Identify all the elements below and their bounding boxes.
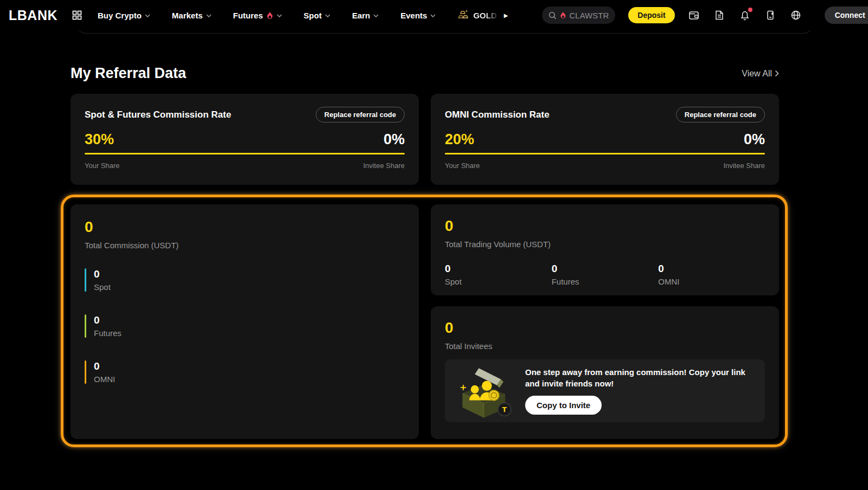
share-ratio-bar: [445, 153, 765, 154]
nav-events[interactable]: Events: [400, 11, 436, 20]
notification-badge-dot: [748, 8, 752, 12]
commission-item-futures: 0 Futures: [85, 314, 405, 338]
view-all-label: View All: [742, 69, 772, 79]
caret-right-icon: ▶: [504, 12, 508, 18]
invitee-share-rate: 0%: [744, 131, 765, 148]
chevron-down-icon: [206, 14, 212, 17]
deposit-button[interactable]: Deposit: [628, 7, 674, 23]
futures-commission-value: 0: [94, 314, 122, 326]
top-navigation-bar: LBANK Buy Crypto Markets Futures: [0, 0, 868, 30]
flame-icon: [266, 11, 273, 20]
replace-referral-code-button[interactable]: Replace referral code: [316, 107, 405, 122]
total-invitees-value: 0: [445, 320, 765, 336]
spot-color-bar: [85, 268, 86, 292]
nav-gold-label: GOLD: [473, 11, 496, 20]
orders-document-icon[interactable]: [713, 9, 725, 21]
page-title: My Referral Data: [71, 65, 186, 82]
rate-card-title: OMNI Commission Rate: [445, 109, 550, 120]
nav-gold[interactable]: GOLD ▶: [457, 10, 508, 21]
omni-commission-label: OMNI: [94, 375, 115, 384]
header-icons: [688, 9, 802, 21]
search-icon: [548, 11, 557, 20]
nav-spot[interactable]: Spot: [304, 11, 330, 20]
total-volume-value: 0: [445, 218, 765, 234]
commission-item-spot: 0 Spot: [85, 268, 405, 292]
nav-markets[interactable]: Markets: [172, 11, 212, 20]
replace-referral-code-button[interactable]: Replace referral code: [676, 107, 765, 122]
chevron-down-icon: [145, 14, 150, 17]
lbank-logo[interactable]: LBANK: [9, 8, 58, 23]
total-commission-label: Total Commission (USDT): [85, 241, 405, 250]
total-invitees-card: 0 Total Invitees: [431, 306, 779, 439]
invitee-share-label: Invitee Share: [723, 162, 765, 170]
chevron-down-icon: [277, 14, 282, 17]
search-value: CLAWSTR: [570, 11, 609, 20]
nav-buy-crypto[interactable]: Buy Crypto: [98, 11, 150, 20]
app-download-icon[interactable]: [764, 9, 776, 21]
futures-volume-value: 0: [552, 263, 659, 275]
spot-volume-label: Spot: [445, 277, 552, 286]
commission-item-omni: 0 OMNI: [85, 360, 405, 384]
chevron-down-icon: [430, 14, 436, 17]
svg-text:+: +: [459, 382, 467, 392]
total-commission-value: 0: [85, 220, 405, 235]
connect-wallet-button[interactable]: Connect: [825, 7, 868, 24]
futures-color-bar: [85, 314, 86, 338]
chevron-down-icon: [373, 14, 379, 17]
trending-flame-icon: [560, 11, 566, 19]
omni-volume-label: OMNI: [658, 277, 765, 286]
nav-futures[interactable]: Futures: [233, 11, 282, 20]
svg-text:T: T: [502, 406, 507, 414]
omni-color-bar: [85, 360, 86, 384]
futures-volume-label: Futures: [552, 277, 659, 286]
share-ratio-bar: [85, 153, 405, 154]
gold-bars-icon: [457, 10, 469, 21]
omni-rate-card: OMNI Commission Rate Replace referral co…: [431, 94, 779, 185]
referral-data-section: My Referral Data View All Spot & Futures…: [71, 65, 779, 439]
spot-commission-label: Spot: [94, 282, 111, 292]
volume-stat-spot: 0 Spot: [445, 263, 552, 286]
language-globe-icon[interactable]: [790, 9, 802, 21]
notifications-bell-icon[interactable]: [739, 9, 751, 21]
spot-commission-value: 0: [94, 268, 111, 280]
total-invitees-label: Total Invitees: [445, 341, 765, 351]
invite-promo-banner: + T One step away from earning commissio…: [445, 359, 765, 422]
nav-markets-label: Markets: [172, 11, 203, 20]
search-input[interactable]: CLAWSTR: [542, 7, 616, 24]
invitee-share-rate: 0%: [384, 131, 405, 148]
apps-grid-button[interactable]: [72, 10, 82, 21]
main-nav: Buy Crypto Markets Futures Spot Earn: [98, 11, 436, 20]
volume-stat-futures: 0 Futures: [552, 263, 659, 286]
total-volume-label: Total Trading Volume (USDT): [445, 240, 765, 249]
your-share-label: Your Share: [85, 162, 120, 170]
invitee-share-label: Invitee Share: [363, 162, 405, 170]
grid-icon: [72, 10, 82, 21]
copy-to-invite-button[interactable]: Copy to Invite: [525, 396, 602, 415]
chevron-down-icon: [325, 14, 330, 17]
gift-box-illustration: + T: [452, 363, 513, 418]
chevron-right-icon: [775, 70, 779, 77]
wallet-icon[interactable]: [688, 9, 700, 21]
nav-futures-label: Futures: [233, 11, 263, 20]
trading-volume-card: 0 Total Trading Volume (USDT) 0 Spot 0 F…: [431, 204, 779, 295]
total-commission-card: 0 Total Commission (USDT) 0 Spot 0: [71, 204, 419, 439]
nav-events-label: Events: [400, 11, 427, 20]
nav-earn-label: Earn: [352, 11, 370, 20]
rate-card-title: Spot & Futures Commission Rate: [85, 109, 231, 120]
your-share-rate: 20%: [445, 131, 474, 148]
omni-commission-value: 0: [94, 360, 115, 372]
view-all-link[interactable]: View All: [742, 69, 779, 79]
nav-earn[interactable]: Earn: [352, 11, 379, 20]
nav-spot-label: Spot: [304, 11, 322, 20]
your-share-rate: 30%: [85, 131, 114, 148]
nav-buy-crypto-label: Buy Crypto: [98, 11, 142, 20]
futures-commission-label: Futures: [94, 328, 122, 338]
omni-volume-value: 0: [658, 263, 765, 275]
volume-stat-omni: 0 OMNI: [658, 263, 765, 286]
your-share-label: Your Share: [445, 162, 480, 170]
spot-volume-value: 0: [445, 263, 552, 275]
spot-futures-rate-card: Spot & Futures Commission Rate Replace r…: [71, 94, 419, 185]
invite-promo-text: One step away from earning commission! C…: [525, 367, 753, 389]
